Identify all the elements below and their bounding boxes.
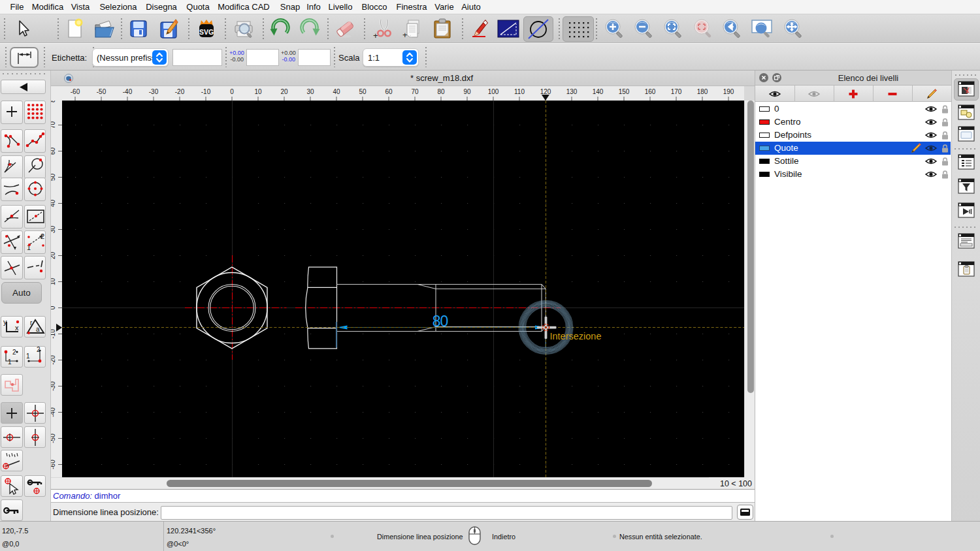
svg-text:120: 120 bbox=[540, 88, 551, 95]
svg-text:Intersezione: Intersezione bbox=[550, 331, 602, 341]
svg-text:180: 180 bbox=[697, 88, 708, 95]
svg-text:10: 10 bbox=[254, 88, 262, 95]
svg-text:-50: -50 bbox=[97, 88, 106, 95]
svg-text:x: x bbox=[15, 324, 19, 332]
svg-text:10: 10 bbox=[51, 278, 56, 286]
svg-text:80: 80 bbox=[51, 101, 56, 102]
svg-text:-10: -10 bbox=[51, 329, 56, 339]
svg-text:40: 40 bbox=[51, 200, 56, 208]
svg-text:-50: -50 bbox=[51, 433, 56, 443]
svg-text:30: 30 bbox=[306, 88, 314, 95]
svg-text:-60: -60 bbox=[71, 88, 80, 95]
svg-text:50: 50 bbox=[51, 174, 56, 181]
svg-text:-10: -10 bbox=[201, 88, 211, 95]
svg-text:170: 170 bbox=[671, 88, 682, 95]
svg-text:0: 0 bbox=[51, 306, 56, 309]
svg-text:-40: -40 bbox=[51, 407, 56, 417]
svg-text:+: + bbox=[402, 30, 408, 40]
svg-text:80: 80 bbox=[437, 88, 445, 95]
svg-text:90: 90 bbox=[463, 88, 471, 95]
svg-text:70: 70 bbox=[51, 121, 56, 129]
svg-text:0: 0 bbox=[230, 88, 234, 95]
svg-text:-20: -20 bbox=[175, 88, 185, 95]
svg-text:-30: -30 bbox=[149, 88, 159, 95]
svg-text:110: 110 bbox=[514, 88, 525, 95]
svg-text:130: 130 bbox=[566, 88, 578, 95]
svg-text:-40: -40 bbox=[123, 88, 133, 95]
svg-text:70: 70 bbox=[411, 88, 419, 95]
svg-text:40: 40 bbox=[333, 88, 340, 95]
svg-text:a: a bbox=[36, 326, 40, 333]
svg-text:100: 100 bbox=[488, 88, 499, 95]
svg-text:20: 20 bbox=[280, 88, 288, 95]
svg-text:60: 60 bbox=[385, 88, 393, 95]
svg-text:60: 60 bbox=[51, 148, 56, 155]
svg-text:20: 20 bbox=[51, 252, 56, 260]
svg-text:190: 190 bbox=[723, 88, 734, 95]
svg-text:140: 140 bbox=[593, 88, 604, 95]
svg-text:160: 160 bbox=[645, 88, 656, 95]
svg-text:150: 150 bbox=[619, 88, 630, 95]
svg-text:50: 50 bbox=[359, 88, 367, 95]
svg-text:-60: -60 bbox=[51, 460, 56, 469]
svg-text:1: 1 bbox=[8, 358, 12, 366]
svg-text:y: y bbox=[3, 318, 7, 326]
svg-text:-20: -20 bbox=[51, 355, 56, 365]
svg-text:1: 1 bbox=[26, 353, 30, 360]
svg-text:30: 30 bbox=[51, 226, 56, 234]
svg-text:2: 2 bbox=[12, 349, 16, 356]
svg-text:SVG: SVG bbox=[199, 28, 214, 36]
svg-text:-30: -30 bbox=[51, 381, 56, 391]
